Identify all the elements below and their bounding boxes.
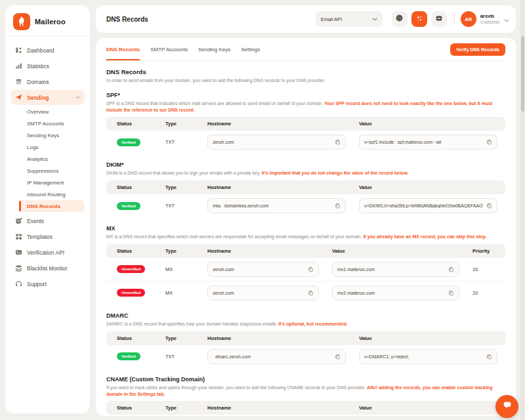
chat-button[interactable] bbox=[495, 395, 518, 418]
section-mx: MXMX is a DNS record that specifies whic… bbox=[106, 225, 505, 304]
tab-dns-records[interactable]: DNS Records bbox=[106, 39, 140, 60]
column-header: Hostname bbox=[202, 405, 354, 411]
sidebar-item-sending-keys[interactable]: Sending Keys bbox=[19, 129, 85, 141]
table-header-row: StatusTypeHostnameValue bbox=[106, 180, 505, 194]
chevron-down-icon bbox=[504, 13, 509, 25]
value-input[interactable]: v=spf1 include:_spf.maileroo.com ~all bbox=[359, 135, 497, 150]
value-cell: v=DMARC1; p=reject; bbox=[354, 349, 505, 364]
sidebar-item-logs[interactable]: Logs bbox=[19, 141, 85, 153]
hostname-input[interactable]: mta._domainkey.zeruh.com bbox=[207, 198, 346, 213]
column-header: Value bbox=[354, 121, 505, 127]
value-input[interactable]: mx2.maileroo.com bbox=[332, 285, 459, 301]
value-cell: mx1.maileroo.com bbox=[327, 262, 467, 277]
sidebar-item-inbound-routing[interactable]: Inbound Routing bbox=[19, 188, 85, 200]
copy-icon[interactable] bbox=[308, 266, 314, 272]
section-dkim: DKIM*DKIM is a DNS record that allows yo… bbox=[106, 161, 505, 217]
intro-description: In order to send emails from your domain… bbox=[106, 77, 505, 84]
sidebar-item-dns-records[interactable]: DNS Records bbox=[19, 200, 85, 212]
copy-icon[interactable] bbox=[335, 139, 341, 145]
content-card: DNS RecordsSMTP AccountsSending KeysSett… bbox=[96, 38, 516, 416]
tabs: DNS RecordsSMTP AccountsSending KeysSett… bbox=[106, 39, 270, 60]
tab-sending-keys[interactable]: Sending Keys bbox=[198, 39, 230, 60]
sidebar-item-events[interactable]: Events bbox=[10, 213, 85, 228]
project-selector[interactable]: Email API bbox=[316, 11, 383, 27]
type-cell: MX bbox=[160, 290, 202, 296]
hostname-value: zeruh.com bbox=[213, 267, 304, 272]
tab-settings[interactable]: Settings bbox=[241, 39, 260, 60]
status-cell: Verified bbox=[106, 138, 160, 146]
moon-icon bbox=[395, 14, 404, 24]
sidebar-item-label: Verification API bbox=[27, 249, 64, 256]
table-row: UnverifiedMXzeruh.commx1.maileroo.com10 bbox=[106, 258, 505, 282]
copy-icon[interactable] bbox=[308, 290, 314, 296]
copy-icon[interactable] bbox=[486, 139, 492, 145]
copy-icon[interactable] bbox=[448, 266, 454, 272]
sidebar-item-analytics[interactable]: Analytics bbox=[19, 153, 85, 165]
sidebar-item-statistics[interactable]: Statistics bbox=[10, 58, 85, 74]
copy-icon[interactable] bbox=[486, 354, 492, 360]
templates-icon bbox=[14, 233, 22, 240]
hostname-cell: zeruh.com bbox=[202, 135, 354, 150]
table-header-row: StatusTypeHostnameValue bbox=[106, 401, 505, 415]
tab-smtp-accounts[interactable]: SMTP Accounts bbox=[150, 39, 188, 60]
table-row: VerifiedCNAMEclick.zeruh.comclick.mailer… bbox=[106, 415, 505, 416]
sidebar-item-ip-management[interactable]: IP Management bbox=[19, 177, 85, 188]
value-cell: mx2.maileroo.com bbox=[327, 285, 467, 301]
section-description: DKIM is a DNS record that allows you to … bbox=[106, 170, 505, 177]
verify-dns-records-button[interactable]: Verify DNS Records bbox=[450, 43, 505, 56]
avatar: AR bbox=[461, 11, 476, 27]
copy-icon[interactable] bbox=[448, 290, 454, 296]
whats-new-button[interactable] bbox=[411, 11, 427, 27]
priority-cell: 10 bbox=[467, 266, 505, 272]
user-menu[interactable]: AR areeb Customer bbox=[461, 11, 509, 27]
sidebar-item-label: Statistics bbox=[27, 63, 49, 70]
sidebar-subitem-label: DNS Records bbox=[27, 203, 60, 209]
status-badge: Verified bbox=[117, 138, 140, 146]
sidebar-item-templates[interactable]: Templates bbox=[10, 229, 85, 244]
section-note: It's optional, but recommended. bbox=[278, 322, 348, 326]
records-table: StatusTypeHostnameValueVerifiedCNAMEclic… bbox=[106, 401, 505, 416]
table-row: VerifiedTXT_dmarc.zeruh.comv=DMARC1; p=r… bbox=[106, 345, 505, 368]
copy-icon[interactable] bbox=[335, 354, 341, 360]
scrollbar-track[interactable] bbox=[520, 0, 525, 420]
theme-toggle-button[interactable] bbox=[392, 11, 408, 27]
sidebar-item-sending[interactable]: Sending bbox=[10, 90, 85, 105]
hostname-input[interactable]: _dmarc.zeruh.com bbox=[207, 349, 346, 364]
sidebar-item-verification-api[interactable]: Verification API bbox=[10, 245, 85, 260]
hostname-input[interactable]: zeruh.com bbox=[207, 262, 319, 277]
hostname-cell: zeruh.com bbox=[202, 262, 327, 277]
dns-sections: SPF*SPF is a DNS record that indicates w… bbox=[106, 92, 505, 416]
sidebar-item-domains[interactable]: Domains bbox=[10, 74, 85, 89]
hostname-cell: zeruh.com bbox=[202, 285, 327, 301]
type-cell: MX bbox=[160, 266, 202, 272]
sidebar-item-overview[interactable]: Overview bbox=[19, 106, 85, 117]
sidebar-item-blacklist-monitor[interactable]: Blacklist Monitor bbox=[10, 261, 85, 276]
sidebar-sublist: OverviewSMTP AccountsSending KeysLogsAna… bbox=[10, 106, 85, 212]
hostname-input[interactable]: zeruh.com bbox=[207, 285, 319, 301]
section-description-text: DMARC is a DNS record that specifies how… bbox=[106, 322, 278, 326]
sidebar-item-smtp-accounts[interactable]: SMTP Accounts bbox=[19, 117, 85, 129]
value-input[interactable]: v=DKIM1;h=sha256;p=MIIBIjANBgkqhkiG9w0BA… bbox=[359, 198, 497, 213]
value-input[interactable]: v=DMARC1; p=reject; bbox=[359, 349, 497, 364]
value-input[interactable]: mx1.maileroo.com bbox=[332, 262, 459, 277]
column-header: Hostname bbox=[202, 121, 354, 127]
maileroo-logo-icon bbox=[13, 13, 30, 30]
hostname-input[interactable]: zeruh.com bbox=[207, 135, 346, 150]
sidebar-item-support[interactable]: Support bbox=[10, 276, 85, 291]
inbox-icon bbox=[435, 14, 443, 24]
sidebar-item-suppressions[interactable]: Suppressions bbox=[19, 165, 85, 177]
inbox-button[interactable] bbox=[431, 11, 447, 27]
sidebar-item-dashboard[interactable]: Dashboard bbox=[10, 43, 85, 58]
divider bbox=[454, 12, 455, 26]
table-row: UnverifiedMXzeruh.commx2.maileroo.com20 bbox=[106, 282, 505, 304]
type-cell: TXT bbox=[160, 354, 202, 360]
copy-icon[interactable] bbox=[486, 203, 492, 209]
value-value: v=DKIM1;h=sha256;p=MIIBIjANBgkqhkiG9w0BA… bbox=[364, 203, 483, 208]
section-title: MX bbox=[106, 225, 505, 232]
table-row: VerifiedTXTmta._domainkey.zeruh.comv=DKI… bbox=[106, 194, 505, 217]
copy-icon[interactable] bbox=[335, 203, 341, 209]
status-cell: Verified bbox=[106, 352, 160, 360]
sidebar-subitem-label: Inbound Routing bbox=[27, 192, 66, 198]
column-header: Type bbox=[160, 405, 202, 411]
scrollbar-thumb[interactable] bbox=[521, 36, 524, 112]
